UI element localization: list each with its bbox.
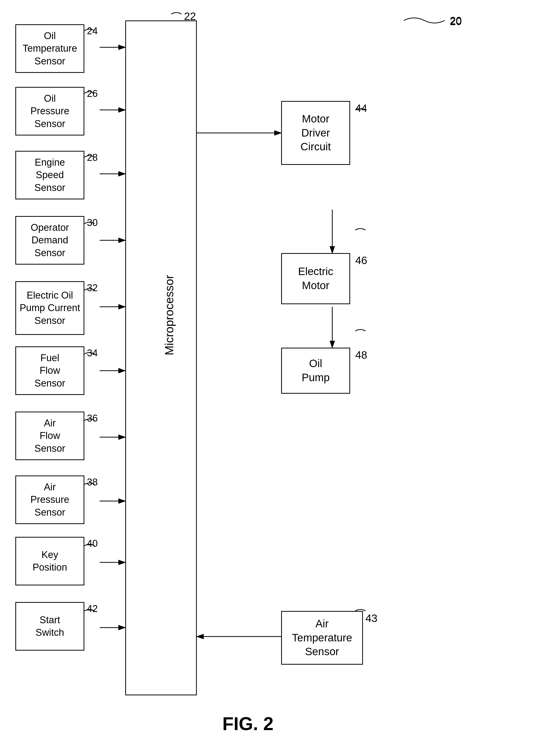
- box-air-flow-sensor: AirFlowSensor: [15, 412, 84, 460]
- figure-label: FIG. 2: [222, 713, 273, 734]
- label-36: 36: [87, 413, 98, 424]
- box-engine-speed-sensor: EngineSpeedSensor: [15, 151, 84, 199]
- label-34: 34: [87, 348, 98, 359]
- label-40: 40: [87, 538, 98, 549]
- label-24: 24: [87, 26, 98, 37]
- label-38: 38: [87, 477, 98, 488]
- label-30: 30: [87, 217, 98, 228]
- box-start-switch: StartSwitch: [15, 602, 84, 651]
- box-air-temperature-sensor: AirTemperatureSensor: [281, 611, 363, 665]
- label-28: 28: [87, 152, 98, 163]
- box-air-pressure-sensor: AirPressureSensor: [15, 475, 84, 524]
- box-fuel-flow-sensor: FuelFlowSensor: [15, 346, 84, 395]
- diagram: 20: [0, 0, 560, 737]
- box-key-position: KeyPosition: [15, 537, 84, 585]
- label-42: 42: [87, 603, 98, 614]
- label-44: 44: [355, 102, 367, 115]
- box-electric-motor: ElectricMotor: [281, 253, 350, 304]
- label-46: 46: [355, 254, 367, 267]
- box-oil-pressure-sensor: OilPressureSensor: [15, 87, 84, 135]
- box-operator-demand-sensor: OperatorDemandSensor: [15, 216, 84, 265]
- label-32: 32: [87, 282, 98, 293]
- box-oil-temperature-sensor: OilTemperatureSensor: [15, 24, 84, 73]
- microprocessor-label: Microprocessor: [162, 289, 176, 355]
- box-motor-driver-circuit: MotorDriverCircuit: [281, 101, 350, 165]
- microprocessor-box: [125, 20, 197, 695]
- label-48: 48: [355, 349, 367, 361]
- box-electric-oil-pump-current-sensor: Electric OilPump CurrentSensor: [15, 281, 84, 335]
- label-43: 43: [365, 612, 378, 625]
- box-oil-pump: OilPump: [281, 348, 350, 394]
- label-26: 26: [87, 88, 98, 99]
- label-22: 22: [184, 10, 196, 22]
- label-20: 20: [450, 15, 462, 28]
